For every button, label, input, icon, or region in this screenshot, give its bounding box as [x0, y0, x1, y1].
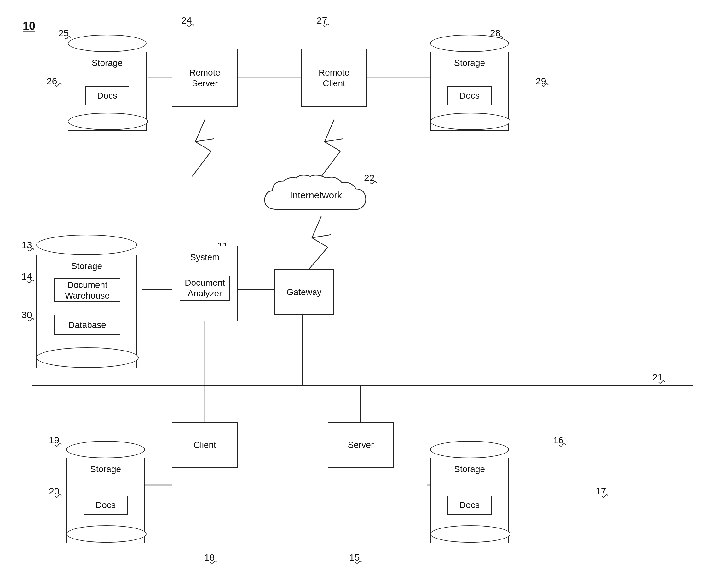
storage-16-label: Storage [431, 464, 508, 475]
ref-14: 14 [21, 271, 32, 281]
document-analyzer-box: DocumentAnalyzer [180, 276, 230, 301]
storage-28-label: Storage [431, 58, 508, 68]
ref-30: 30 [21, 310, 32, 320]
system-box: System DocumentAnalyzer [172, 246, 238, 321]
storage-16-17: Storage Docs [430, 441, 509, 543]
remote-server-label: RemoteServer [189, 67, 220, 88]
ref-29: 29 [536, 76, 546, 86]
ref-18: 18 [204, 552, 214, 563]
database-label: Database [68, 320, 106, 330]
document-warehouse-box: DocumentWarehouse [54, 278, 120, 302]
document-warehouse-label: DocumentWarehouse [65, 280, 110, 301]
storage-25-label: Storage [68, 58, 146, 68]
ref-17: 17 [596, 486, 606, 496]
remote-client-box: RemoteClient [301, 49, 367, 107]
docs-16-label: Docs [459, 500, 479, 510]
remote-client-label: RemoteClient [319, 67, 349, 88]
storage-13: Storage DocumentWarehouse Database [36, 235, 137, 369]
ref-19: 19 [49, 435, 59, 445]
gateway-box: Gateway [274, 269, 334, 315]
ref-15: 15 [349, 552, 360, 563]
server-label: Server [348, 440, 374, 450]
storage-28-29: Storage Docs [430, 35, 509, 131]
document-analyzer-label: DocumentAnalyzer [185, 277, 225, 298]
gateway-label: Gateway [287, 287, 322, 298]
remote-server-box: RemoteServer [172, 49, 238, 107]
docs-28-label: Docs [459, 90, 479, 101]
system-label: System [172, 252, 237, 262]
ref-27: 27 [317, 15, 327, 25]
database-box: Database [54, 315, 120, 335]
docs-25-label: Docs [97, 90, 117, 101]
svg-text:Internetwork: Internetwork [290, 190, 342, 200]
storage-25-26: Storage Docs [68, 35, 146, 131]
docs-19-box: Docs [83, 496, 128, 514]
storage-19-label: Storage [67, 464, 144, 475]
docs-28-box: Docs [447, 86, 492, 105]
ref-21: 21 [652, 372, 663, 382]
ref-20: 20 [49, 486, 59, 496]
client-box: Client [172, 422, 238, 468]
ref-16: 16 [553, 435, 564, 445]
client-label: Client [193, 440, 216, 450]
docs-25-box: Docs [85, 86, 129, 105]
ref-10: 10 [23, 20, 35, 33]
docs-19-label: Docs [96, 500, 116, 510]
docs-16-box: Docs [447, 496, 492, 514]
storage-19-20: Storage Docs [66, 441, 145, 543]
server-box: Server [328, 422, 394, 468]
ref-13: 13 [21, 240, 32, 250]
ref-26: 26 [47, 76, 57, 86]
ref-24: 24 [181, 15, 191, 25]
internetwork-cloud: Internetwork [259, 175, 372, 222]
storage-13-label: Storage [37, 261, 137, 272]
ref-25: 25 [58, 28, 69, 38]
